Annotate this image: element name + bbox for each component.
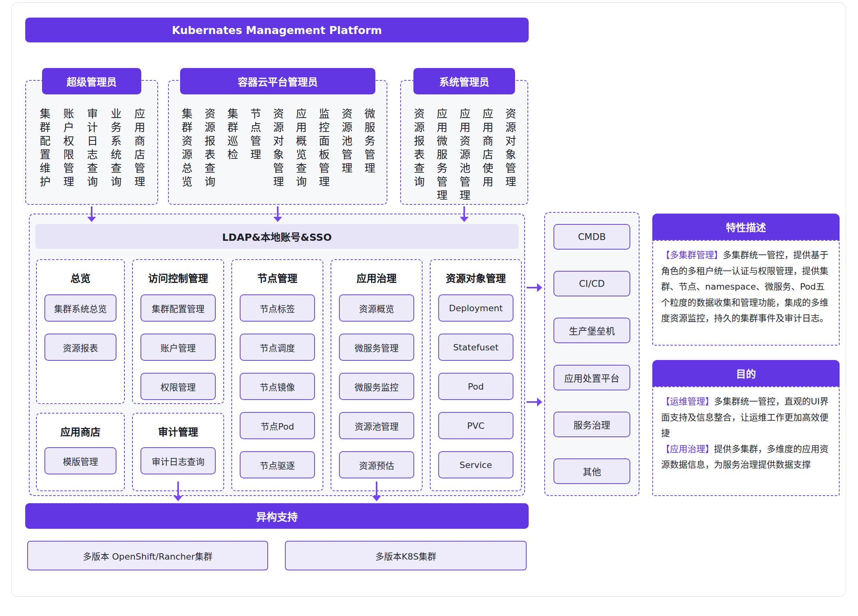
- permission-item: 集群配置维护: [39, 108, 50, 206]
- module-title: 总览: [70, 270, 90, 285]
- module-title: 应用商店: [60, 424, 100, 438]
- module-item: 节点Pod: [240, 412, 315, 439]
- module-title: 审计管理: [158, 424, 198, 438]
- role-badge-platform-admin: 容器云平台管理员: [180, 68, 375, 94]
- module-item: 节点调度: [240, 334, 315, 361]
- feature-panel: 特性描述 【多集群管理】多集群统一管控，提供基于角色的多租户统一认证与权限管理，…: [652, 214, 840, 346]
- integration-column: CMDB CI/CD 生产堡垒机 应用处置平台 服务治理 其他: [544, 212, 639, 496]
- permission-item: 资源对象管理: [505, 108, 515, 206]
- permission-item: 微服务管理: [364, 108, 375, 206]
- hetero-support-banner: 异构支持: [25, 503, 529, 529]
- module-audit: 审计管理 审计日志查询: [132, 413, 224, 491]
- module-item: 权限管理: [140, 373, 216, 400]
- down-arrow-icon: [91, 206, 92, 217]
- cluster-box-k8s: 多版本K8S集群: [285, 541, 527, 570]
- module-app-governance: 应用治理 资源概览 微服务管理 微服务监控 资源池管理 资源预估: [331, 259, 423, 491]
- permission-item: 集群资源总览: [181, 108, 192, 206]
- module-title: 应用治理: [357, 270, 397, 285]
- module-item: 微服务管理: [339, 334, 414, 361]
- auth-bar: LDAP&本地账号&SSO: [35, 224, 519, 249]
- module-title: 节点管理: [257, 270, 297, 285]
- module-title: 访问控制管理: [148, 270, 208, 285]
- permission-list: 集群资源总览 资源报表查询 集群巡检 节点管理 资源对象管理 应用概览查询 监控…: [169, 81, 387, 206]
- permission-item: 审计日志查询: [86, 108, 97, 206]
- feature-panel-title: 特性描述: [652, 214, 840, 240]
- module-access-control: 访问控制管理 集群配置管理 账户管理 权限管理: [132, 259, 224, 404]
- purpose-panel-title: 目的: [652, 360, 840, 386]
- permission-item: 账户权限管理: [62, 108, 73, 206]
- down-arrow-icon: [463, 206, 465, 217]
- role-section-super-admin: 超级管理员 集群配置维护 账户权限管理 审计日志查询 业务系统查询 应用商店管理: [25, 80, 158, 205]
- module-item: 节点驱逐: [240, 451, 315, 478]
- module-item: Deployment: [438, 294, 513, 322]
- module-item: 集群系统总览: [44, 294, 116, 322]
- right-arrow-icon: [527, 401, 537, 403]
- role-badge-system-admin: 系统管理员: [413, 68, 515, 94]
- permission-item: 资源对象管理: [272, 108, 283, 206]
- purpose-tag: 【应用治理】: [661, 444, 714, 454]
- module-item: 集群配置管理: [140, 294, 216, 322]
- down-arrow-icon: [277, 206, 279, 217]
- down-arrow-icon: [177, 482, 179, 496]
- permission-item: 应用商店使用: [482, 108, 493, 206]
- module-item: 资源预估: [339, 451, 414, 478]
- integration-item: 生产堡垒机: [553, 318, 630, 343]
- integration-item: 其他: [553, 458, 630, 484]
- module-item: 资源报表: [44, 334, 116, 361]
- module-item: Pod: [438, 373, 513, 400]
- permission-item: 资源报表查询: [413, 108, 424, 206]
- integration-item: CMDB: [553, 224, 630, 250]
- permission-item: 资源池管理: [341, 108, 352, 206]
- module-item: 节点镜像: [240, 373, 315, 400]
- module-item: 资源概览: [339, 294, 414, 322]
- module-item: 微服务监控: [339, 373, 414, 400]
- platform-title-banner: Kubernates Management Platform: [25, 18, 529, 42]
- feature-tag: 【多集群管理】: [661, 250, 723, 260]
- integration-item: 服务治理: [553, 412, 630, 437]
- integration-item: CI/CD: [553, 271, 630, 296]
- permission-item: 监控面板管理: [318, 108, 329, 206]
- permission-item: 集群巡检: [227, 108, 237, 206]
- module-item: 审计日志查询: [140, 447, 216, 474]
- feature-text: 多集群统一管控，提供基于角色的多租户统一认证与权限管理，提供集群、节点、name…: [661, 250, 828, 323]
- purpose-panel: 目的 【运维管理】多集群统一管控，直观的UI界面支持及信息整合，让运维工作更加高…: [652, 360, 840, 496]
- permission-item: 节点管理: [249, 108, 260, 206]
- permission-item: 应用商店管理: [134, 108, 144, 206]
- role-section-system-admin: 系统管理员 资源报表查询 应用微服务管理 应用资源池管理 应用商店使用 资源对象…: [400, 80, 528, 205]
- module-overview: 总览 集群系统总览 资源报表: [36, 259, 125, 404]
- permission-item: 资源报表查询: [204, 108, 214, 206]
- permission-list: 集群配置维护 账户权限管理 审计日志查询 业务系统查询 应用商店管理: [26, 81, 157, 206]
- module-item: Statefuset: [438, 334, 513, 361]
- module-item: 模版管理: [44, 447, 116, 474]
- module-item: Service: [438, 451, 513, 478]
- module-app-store: 应用商店 模版管理: [36, 413, 125, 491]
- purpose-panel-body: 【运维管理】多集群统一管控，直观的UI界面支持及信息整合，让运维工作更加高效便捷…: [652, 386, 840, 496]
- module-resource-objects: 资源对象管理 Deployment Statefuset Pod PVC Ser…: [430, 259, 522, 491]
- module-item: 节点标签: [240, 294, 315, 322]
- permission-list: 资源报表查询 应用微服务管理 应用资源池管理 应用商店使用 资源对象管理: [401, 81, 527, 206]
- permission-item: 应用概览查询: [295, 108, 306, 206]
- architecture-diagram: Kubernates Management Platform 超级管理员 集群配…: [0, 0, 858, 616]
- integration-item: 应用处置平台: [553, 365, 630, 390]
- permission-item: 应用微服务管理: [436, 108, 447, 206]
- module-item: 账户管理: [140, 334, 216, 361]
- permission-item: 应用资源池管理: [459, 108, 469, 206]
- feature-panel-body: 【多集群管理】多集群统一管控，提供基于角色的多租户统一认证与权限管理，提供集群、…: [652, 240, 840, 346]
- role-badge-super-admin: 超级管理员: [42, 68, 141, 94]
- cluster-box-openshift-rancher: 多版本 OpenShift/Rancher集群: [27, 541, 268, 570]
- right-arrow-icon: [527, 287, 537, 288]
- purpose-tag: 【运维管理】: [661, 396, 714, 406]
- permission-item: 业务系统查询: [110, 108, 121, 206]
- module-item: 资源池管理: [339, 412, 414, 439]
- module-title: 资源对象管理: [446, 270, 506, 285]
- module-node-management: 节点管理 节点标签 节点调度 节点镜像 节点Pod 节点驱逐: [231, 259, 323, 491]
- down-arrow-icon: [376, 482, 377, 496]
- role-section-platform-admin: 容器云平台管理员 集群资源总览 资源报表查询 集群巡检 节点管理 资源对象管理 …: [168, 80, 387, 205]
- module-item: PVC: [438, 412, 513, 439]
